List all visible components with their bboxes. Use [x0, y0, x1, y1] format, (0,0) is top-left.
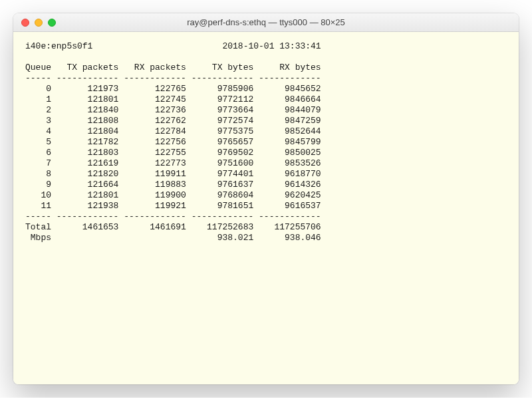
terminal-window: ray@perf-dns-s:ethq — ttys000 — 80×25 i4…	[13, 13, 519, 384]
window-title: ray@perf-dns-s:ethq — ttys000 — 80×25	[13, 17, 519, 27]
minimize-icon[interactable]	[35, 19, 43, 27]
titlebar[interactable]: ray@perf-dns-s:ethq — ttys000 — 80×25	[13, 13, 519, 32]
terminal-content[interactable]: i40e:enp5s0f1 2018-10-01 13:33:41 Queue …	[13, 32, 519, 384]
close-icon[interactable]	[21, 19, 29, 27]
maximize-icon[interactable]	[48, 19, 56, 27]
traffic-lights	[13, 19, 56, 27]
